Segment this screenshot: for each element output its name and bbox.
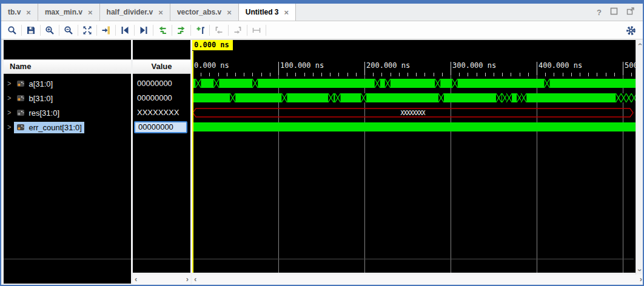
next-transition-button[interactable] bbox=[136, 23, 151, 38]
scroll-right-icon[interactable]: › bbox=[186, 276, 189, 282]
wave-row-b-31-0-[interactable] bbox=[192, 91, 636, 105]
wave-window: tb.v × max_min.v × half_divider.v × vect… bbox=[0, 0, 644, 286]
close-icon[interactable]: × bbox=[88, 8, 93, 17]
scroll-left-icon[interactable]: ‹ bbox=[194, 276, 196, 282]
separator bbox=[153, 25, 153, 36]
marker-interval-button[interactable] bbox=[249, 23, 264, 38]
zoom-in-icon bbox=[45, 25, 55, 35]
bus-icon bbox=[16, 124, 25, 131]
tab-label: Untitled 3 bbox=[246, 8, 279, 16]
value-cell-b[interactable]: 00000000 bbox=[133, 91, 190, 105]
gear-icon bbox=[626, 25, 636, 36]
signal-name-label: err_count[31:0] bbox=[29, 123, 81, 132]
tab-label: half_divider.v bbox=[107, 8, 153, 16]
add-marker-button[interactable] bbox=[193, 23, 207, 38]
wave-row-a-31-0-[interactable] bbox=[192, 76, 636, 91]
bus-icon bbox=[16, 80, 25, 87]
separator bbox=[21, 25, 22, 36]
value-cell-a[interactable]: 00000000 bbox=[133, 76, 190, 91]
zoom-fit-icon bbox=[82, 25, 92, 35]
separator bbox=[266, 25, 266, 36]
float-window-icon[interactable] bbox=[626, 7, 634, 17]
value-column-header: Value bbox=[133, 59, 190, 74]
zoom-out-button[interactable] bbox=[61, 23, 76, 38]
panel-divider-line bbox=[133, 259, 190, 259]
expand-chevron-icon[interactable]: > bbox=[7, 123, 11, 131]
ruler-label: 0.000 ns bbox=[194, 61, 229, 70]
signal-row-b[interactable]: > b[31:0] bbox=[4, 91, 131, 105]
wave-horizontal-scrollbar[interactable]: ‹ › bbox=[192, 274, 644, 284]
scroll-down-icon[interactable]: › bbox=[637, 269, 643, 271]
signal-row-a[interactable]: > a[31:0] bbox=[4, 76, 131, 91]
expand-chevron-icon[interactable]: > bbox=[7, 108, 11, 116]
close-icon[interactable]: × bbox=[227, 8, 232, 17]
previous-transition-button[interactable] bbox=[118, 23, 132, 38]
value-horizontal-scrollbar[interactable]: ‹ › bbox=[133, 274, 190, 284]
cursor-time-badge: 0.000 ns bbox=[192, 40, 233, 50]
bus-icon bbox=[16, 95, 25, 102]
close-icon[interactable]: × bbox=[26, 8, 31, 17]
help-icon[interactable]: ? bbox=[597, 8, 602, 17]
tab-vector-abs-v[interactable]: vector_abs.v × bbox=[170, 4, 239, 21]
previous-transition-icon bbox=[120, 25, 130, 35]
tab-untitled-3[interactable]: Untitled 3 × bbox=[239, 4, 296, 21]
zoom-fit-button[interactable] bbox=[80, 23, 95, 38]
zoom-in-button[interactable] bbox=[42, 23, 57, 38]
separator bbox=[78, 25, 78, 36]
panel-divider-line bbox=[4, 259, 131, 259]
go-to-last-time-icon bbox=[176, 25, 186, 35]
value-cell-err-count: 00000000 bbox=[133, 121, 190, 136]
expand-chevron-icon[interactable]: > bbox=[7, 94, 11, 102]
marker-interval-icon bbox=[252, 25, 261, 35]
maximize-icon[interactable] bbox=[610, 7, 618, 17]
ruler-label: 400.000 ns bbox=[538, 61, 582, 70]
tab-bar: tb.v × max_min.v × half_divider.v × vect… bbox=[1, 4, 643, 21]
separator bbox=[115, 25, 116, 36]
scroll-right-icon[interactable]: › bbox=[640, 276, 642, 282]
add-marker-icon bbox=[195, 25, 205, 35]
wave-row-err_count-31-0-[interactable] bbox=[192, 120, 636, 135]
time-ruler[interactable]: 0.000 ns100.000 ns200.000 ns300.000 ns40… bbox=[192, 52, 634, 76]
name-panel: Name > a[31:0] > b[31:0] > res[31:0] > e… bbox=[4, 40, 131, 284]
tab-label: tb.v bbox=[8, 8, 21, 16]
signal-row-err-count[interactable]: > err_count[31:0] bbox=[4, 120, 131, 135]
tab-max-min-v[interactable]: max_min.v × bbox=[38, 4, 100, 21]
separator bbox=[96, 25, 97, 36]
value-cell-res[interactable]: XXXXXXXX bbox=[133, 105, 190, 120]
value-edit-field[interactable]: 00000000 bbox=[134, 121, 187, 133]
bus-icon bbox=[16, 109, 25, 116]
waveform-rows: XXXXXXXX bbox=[192, 76, 636, 135]
go-to-time-zero-button[interactable] bbox=[155, 23, 170, 38]
close-icon[interactable]: × bbox=[284, 8, 289, 17]
ruler-label: 500 bbox=[625, 61, 636, 70]
previous-marker-icon bbox=[214, 25, 224, 35]
zoom-out-icon bbox=[64, 25, 73, 35]
find-button[interactable] bbox=[5, 23, 19, 38]
go-to-time-zero-icon bbox=[158, 25, 167, 35]
tab-tb-v[interactable]: tb.v × bbox=[1, 4, 38, 21]
wave-canvas[interactable]: 0.000 ns 0.000 ns100.000 ns200.000 ns300… bbox=[192, 40, 636, 273]
separator bbox=[59, 25, 59, 36]
next-transition-icon bbox=[139, 25, 149, 35]
go-to-last-time-button[interactable] bbox=[174, 23, 189, 38]
ruler-label: 100.000 ns bbox=[280, 61, 324, 70]
settings-button[interactable] bbox=[623, 23, 638, 38]
signal-name-label: b[31:0] bbox=[29, 94, 53, 103]
scroll-up-icon[interactable]: › bbox=[637, 43, 643, 45]
wave-row-res-31-0-[interactable]: XXXXXXXX bbox=[192, 105, 636, 120]
value-panel: Value 00000000 00000000 XXXXXXXX 0000000… bbox=[133, 40, 190, 273]
close-icon[interactable]: × bbox=[158, 8, 163, 17]
save-wave-config-button[interactable] bbox=[24, 23, 38, 38]
search-icon bbox=[7, 25, 17, 35]
tab-half-divider-v[interactable]: half_divider.v × bbox=[100, 4, 170, 21]
time-cursor-line[interactable] bbox=[192, 51, 193, 273]
vertical-scrollbar[interactable]: › › bbox=[636, 40, 644, 274]
scroll-left-icon[interactable]: ‹ bbox=[135, 276, 137, 282]
next-marker-icon bbox=[233, 25, 243, 35]
signal-row-res[interactable]: > res[31:0] bbox=[4, 105, 131, 120]
previous-marker-button[interactable] bbox=[212, 23, 226, 38]
expand-chevron-icon[interactable]: > bbox=[7, 79, 11, 87]
zoom-to-cursor-button[interactable] bbox=[99, 23, 113, 38]
next-marker-button[interactable] bbox=[230, 23, 245, 38]
separator bbox=[40, 25, 41, 36]
